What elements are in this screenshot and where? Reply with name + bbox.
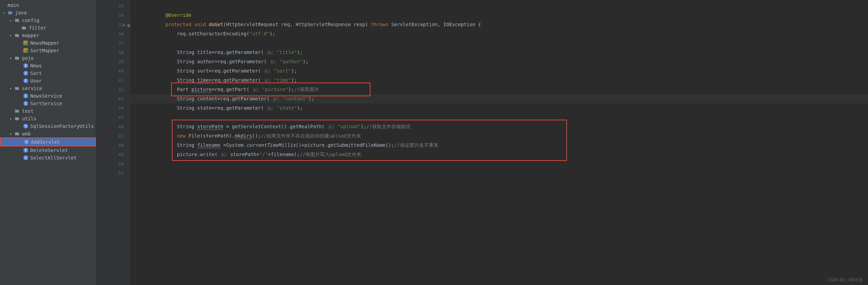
tree-label: SelectAllServlet (30, 155, 77, 161)
class-icon: C (23, 71, 28, 76)
folder-icon (14, 86, 20, 91)
mapper-icon (23, 48, 28, 53)
code-line-33 (131, 1, 868, 11)
tree-label: main (8, 2, 19, 8)
project-tree-sidebar[interactable]: main java config filter mapper NewsMappe… (0, 0, 96, 285)
class-icon: C (23, 101, 28, 106)
tree-folder-mapper[interactable]: mapper (0, 32, 96, 39)
line-number: 38 (96, 48, 124, 57)
line-number: 48 (96, 141, 124, 150)
tree-class-selectallservlet[interactable]: C SelectAllServlet (0, 154, 96, 162)
code-content[interactable]: @Override protected void doGet(HttpServl… (131, 0, 868, 285)
tree-folder-test[interactable]: test (0, 107, 96, 115)
tree-folder-service[interactable]: service (0, 85, 96, 92)
tree-label: User (30, 78, 42, 84)
line-number: 51 (96, 168, 124, 178)
class-icon: C (23, 148, 28, 153)
line-number: 33 (96, 1, 124, 11)
line-number: 46 (96, 122, 124, 131)
tree-root-main[interactable]: main (0, 1, 96, 9)
line-number: 47 (96, 131, 124, 141)
folder-icon (14, 33, 20, 38)
class-icon: C (23, 63, 28, 68)
tree-label: config (22, 18, 40, 23)
tree-label: News (30, 63, 42, 68)
override-gutter-icon[interactable]: ⬆ @ (123, 21, 130, 30)
folder-icon (14, 108, 20, 114)
tree-class-sortservice[interactable]: C SortService (0, 100, 96, 107)
code-line-48: String filename =System.currentTimeMilli… (131, 141, 868, 150)
class-icon: C (23, 78, 28, 83)
folder-icon (14, 116, 20, 121)
chevron-down-icon (10, 132, 14, 136)
folder-icon (14, 131, 20, 136)
class-icon: C (23, 155, 28, 160)
tree-class-deleteservlet[interactable]: C DeleteServlet (0, 146, 96, 154)
tree-folder-pojo[interactable]: pojo (0, 54, 96, 62)
code-line-37 (131, 39, 868, 48)
code-line-38: String title=req.getParameter( s: "title… (131, 48, 868, 57)
tree-label: NewsMapper (30, 40, 59, 46)
class-icon: C (23, 94, 28, 98)
tree-label: test (22, 108, 34, 114)
tree-file-newsmapper[interactable]: NewsMapper (0, 39, 96, 47)
code-line-39: String author=req.getParameter( s: "auth… (131, 57, 868, 66)
tree-folder-java[interactable]: java (0, 9, 96, 17)
line-number: 37 (96, 39, 124, 48)
tree-class-sqlsessionfactoryutils[interactable]: C SqlSessionFactoryUtils (0, 122, 96, 130)
line-number: 49 (96, 150, 124, 159)
code-line-40: String sort=req.getParameter( s: "sort")… (131, 66, 868, 76)
chevron-down-icon (3, 11, 8, 15)
tree-label: mapper (22, 33, 40, 38)
tree-class-addservlet[interactable]: C AddServlet (0, 138, 96, 146)
tree-folder-web[interactable]: web (0, 130, 96, 138)
tree-class-user[interactable]: C User (0, 77, 96, 85)
tree-label: pojo (22, 55, 34, 61)
tree-label: NewsService (30, 93, 62, 99)
tree-label: AddServlet (31, 139, 60, 145)
chevron-down-icon (10, 56, 14, 60)
line-number: 41 (96, 76, 124, 85)
line-number: 50 (96, 159, 124, 168)
code-line-45 (131, 113, 868, 122)
tree-label: utils (22, 116, 36, 121)
line-number: 35⬆ @ (96, 20, 124, 29)
line-number: 42 (96, 85, 124, 94)
code-line-44: String state=req.getParameter( s: "state… (131, 103, 868, 113)
tree-label: SortMapper (30, 48, 59, 53)
code-line-51 (131, 168, 868, 178)
folder-icon (14, 18, 20, 23)
tree-file-sortmapper[interactable]: SortMapper (0, 47, 96, 54)
class-icon: C (24, 140, 29, 144)
code-line-49: picture.write( s: storePath+"/"+filename… (131, 150, 868, 159)
tree-label: Sort (30, 70, 42, 76)
tree-folder-utils[interactable]: utils (0, 115, 96, 122)
tree-label: filter (29, 25, 46, 31)
chevron-down-icon (10, 117, 14, 121)
line-number: 44 (96, 103, 124, 113)
tree-label: DeleteServlet (30, 147, 68, 153)
tree-folder-config[interactable]: config (0, 17, 96, 24)
tree-class-sort[interactable]: C Sort (0, 69, 96, 77)
line-number: 40 (96, 66, 124, 76)
line-number: 36 (96, 29, 124, 39)
tree-class-newsservice[interactable]: C NewsService (0, 92, 96, 100)
mapper-icon (23, 41, 28, 45)
folder-icon (14, 55, 20, 61)
code-line-35: protected void doGet(HttpServletRequest … (131, 20, 868, 29)
line-number: 34 (96, 11, 124, 20)
line-number: 45 (96, 113, 124, 122)
class-icon: C (23, 124, 28, 129)
code-line-34: @Override (131, 11, 868, 20)
tree-class-news[interactable]: C News (0, 62, 96, 69)
code-line-42: Part picture=req.getPart( s: "picture");… (131, 85, 868, 94)
code-editor[interactable]: 33 34 35⬆ @ 36 37 38 39 40 41 42 43 44 4… (96, 0, 868, 285)
tree-folder-filter[interactable]: filter (0, 24, 96, 32)
line-number: 43 (96, 94, 124, 103)
folder-open-icon (8, 10, 13, 15)
tree-label: web (22, 131, 31, 136)
chevron-down-icon (10, 34, 14, 37)
code-line-36: req.setCharacterEncoding("utf-8"); (131, 29, 868, 39)
code-line-41: String time=req.getParameter( s: "time")… (131, 76, 868, 85)
tree-label: SqlSessionFactoryUtils (30, 123, 94, 129)
